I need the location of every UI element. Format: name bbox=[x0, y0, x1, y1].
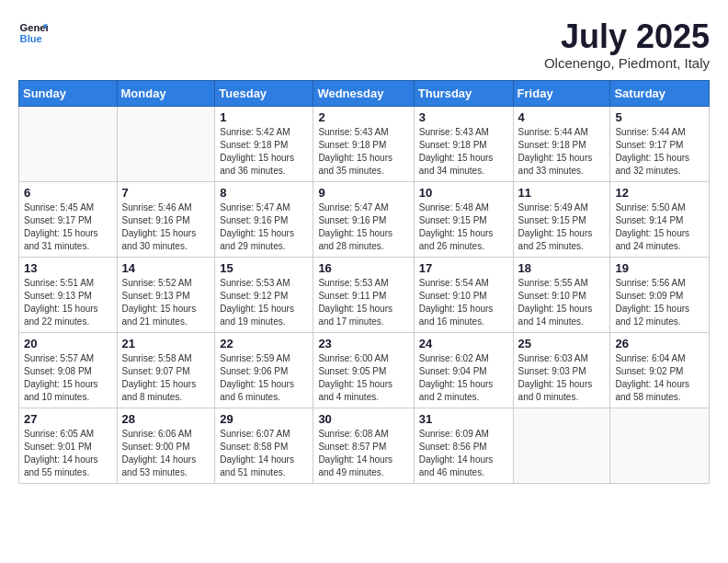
calendar-cell bbox=[513, 408, 610, 483]
calendar-cell: 21Sunrise: 5:58 AM Sunset: 9:07 PM Dayli… bbox=[117, 332, 215, 408]
day-number: 7 bbox=[122, 186, 210, 200]
day-number: 25 bbox=[518, 337, 606, 350]
calendar-body: 1Sunrise: 5:42 AM Sunset: 9:18 PM Daylig… bbox=[19, 106, 710, 483]
day-number: 23 bbox=[318, 337, 408, 350]
calendar-cell: 13Sunrise: 5:51 AM Sunset: 9:13 PM Dayli… bbox=[19, 257, 118, 332]
logo: General Blue bbox=[18, 18, 48, 48]
day-number: 15 bbox=[220, 261, 308, 275]
calendar-cell: 18Sunrise: 5:55 AM Sunset: 9:10 PM Dayli… bbox=[513, 257, 610, 332]
day-number: 21 bbox=[122, 337, 210, 350]
calendar-cell bbox=[19, 106, 118, 181]
day-number: 31 bbox=[419, 412, 508, 426]
day-number: 13 bbox=[24, 261, 112, 275]
calendar-cell: 28Sunrise: 6:06 AM Sunset: 9:00 PM Dayli… bbox=[117, 408, 215, 483]
calendar-cell: 15Sunrise: 5:53 AM Sunset: 9:12 PM Dayli… bbox=[215, 257, 313, 332]
day-number: 5 bbox=[615, 110, 704, 124]
day-info: Sunrise: 6:00 AM Sunset: 9:05 PM Dayligh… bbox=[318, 352, 408, 404]
day-number: 1 bbox=[220, 110, 308, 124]
day-info: Sunrise: 6:08 AM Sunset: 8:57 PM Dayligh… bbox=[318, 428, 408, 479]
calendar-table: SundayMondayTuesdayWednesdayThursdayFrid… bbox=[18, 80, 710, 484]
day-of-week-header: Sunday bbox=[19, 80, 118, 106]
day-number: 28 bbox=[122, 412, 210, 426]
day-of-week-header: Saturday bbox=[610, 80, 710, 106]
day-of-week-header: Friday bbox=[513, 80, 610, 106]
calendar-cell: 16Sunrise: 5:53 AM Sunset: 9:11 PM Dayli… bbox=[313, 257, 414, 332]
day-number: 16 bbox=[318, 261, 408, 275]
calendar-cell: 3Sunrise: 5:43 AM Sunset: 9:18 PM Daylig… bbox=[414, 106, 513, 181]
day-number: 17 bbox=[419, 261, 508, 275]
calendar-cell: 12Sunrise: 5:50 AM Sunset: 9:14 PM Dayli… bbox=[610, 181, 710, 257]
day-of-week-header: Tuesday bbox=[215, 80, 313, 106]
day-info: Sunrise: 5:58 AM Sunset: 9:07 PM Dayligh… bbox=[122, 352, 210, 404]
day-info: Sunrise: 6:05 AM Sunset: 9:01 PM Dayligh… bbox=[24, 428, 112, 479]
calendar-cell: 27Sunrise: 6:05 AM Sunset: 9:01 PM Dayli… bbox=[19, 408, 118, 483]
svg-text:Blue: Blue bbox=[20, 33, 42, 44]
day-number: 12 bbox=[615, 186, 704, 200]
title-block: July 2025 Olcenengo, Piedmont, Italy bbox=[544, 18, 710, 71]
calendar-cell: 25Sunrise: 6:03 AM Sunset: 9:03 PM Dayli… bbox=[513, 332, 610, 408]
calendar-week-row: 20Sunrise: 5:57 AM Sunset: 9:08 PM Dayli… bbox=[19, 332, 710, 408]
calendar-cell: 4Sunrise: 5:44 AM Sunset: 9:18 PM Daylig… bbox=[513, 106, 610, 181]
day-number: 29 bbox=[220, 412, 308, 426]
calendar-cell: 11Sunrise: 5:49 AM Sunset: 9:15 PM Dayli… bbox=[513, 181, 610, 257]
day-number: 19 bbox=[615, 261, 704, 275]
calendar-week-row: 1Sunrise: 5:42 AM Sunset: 9:18 PM Daylig… bbox=[19, 106, 710, 181]
day-number: 9 bbox=[318, 186, 408, 200]
day-info: Sunrise: 5:47 AM Sunset: 9:16 PM Dayligh… bbox=[220, 201, 308, 253]
day-number: 3 bbox=[419, 110, 508, 124]
day-info: Sunrise: 5:53 AM Sunset: 9:11 PM Dayligh… bbox=[318, 277, 408, 328]
day-of-week-header: Wednesday bbox=[313, 80, 414, 106]
day-info: Sunrise: 6:02 AM Sunset: 9:04 PM Dayligh… bbox=[419, 352, 508, 404]
day-info: Sunrise: 5:46 AM Sunset: 9:16 PM Dayligh… bbox=[122, 201, 210, 253]
day-info: Sunrise: 5:57 AM Sunset: 9:08 PM Dayligh… bbox=[24, 352, 112, 404]
calendar-cell: 6Sunrise: 5:45 AM Sunset: 9:17 PM Daylig… bbox=[19, 181, 118, 257]
day-info: Sunrise: 6:04 AM Sunset: 9:02 PM Dayligh… bbox=[615, 352, 704, 404]
day-info: Sunrise: 6:07 AM Sunset: 8:58 PM Dayligh… bbox=[220, 428, 308, 479]
day-info: Sunrise: 5:43 AM Sunset: 9:18 PM Dayligh… bbox=[318, 126, 408, 178]
day-info: Sunrise: 5:47 AM Sunset: 9:16 PM Dayligh… bbox=[318, 201, 408, 253]
calendar-cell: 2Sunrise: 5:43 AM Sunset: 9:18 PM Daylig… bbox=[313, 106, 414, 181]
calendar-week-row: 6Sunrise: 5:45 AM Sunset: 9:17 PM Daylig… bbox=[19, 181, 710, 257]
day-number: 18 bbox=[518, 261, 606, 275]
day-number: 8 bbox=[220, 186, 308, 200]
calendar-cell: 9Sunrise: 5:47 AM Sunset: 9:16 PM Daylig… bbox=[313, 181, 414, 257]
calendar-cell: 17Sunrise: 5:54 AM Sunset: 9:10 PM Dayli… bbox=[414, 257, 513, 332]
day-info: Sunrise: 5:52 AM Sunset: 9:13 PM Dayligh… bbox=[122, 277, 210, 328]
day-number: 6 bbox=[24, 186, 112, 200]
day-number: 24 bbox=[419, 337, 508, 350]
calendar-cell: 26Sunrise: 6:04 AM Sunset: 9:02 PM Dayli… bbox=[610, 332, 710, 408]
day-number: 2 bbox=[318, 110, 408, 124]
day-info: Sunrise: 5:43 AM Sunset: 9:18 PM Dayligh… bbox=[419, 126, 508, 178]
day-info: Sunrise: 5:51 AM Sunset: 9:13 PM Dayligh… bbox=[24, 277, 112, 328]
calendar-cell: 31Sunrise: 6:09 AM Sunset: 8:56 PM Dayli… bbox=[414, 408, 513, 483]
calendar-cell: 20Sunrise: 5:57 AM Sunset: 9:08 PM Dayli… bbox=[19, 332, 118, 408]
day-info: Sunrise: 5:44 AM Sunset: 9:18 PM Dayligh… bbox=[518, 126, 606, 178]
month-year: July 2025 bbox=[544, 18, 710, 55]
calendar-cell: 1Sunrise: 5:42 AM Sunset: 9:18 PM Daylig… bbox=[215, 106, 313, 181]
day-info: Sunrise: 5:54 AM Sunset: 9:10 PM Dayligh… bbox=[419, 277, 508, 328]
day-info: Sunrise: 6:06 AM Sunset: 9:00 PM Dayligh… bbox=[122, 428, 210, 479]
day-info: Sunrise: 5:45 AM Sunset: 9:17 PM Dayligh… bbox=[24, 201, 112, 253]
day-info: Sunrise: 5:44 AM Sunset: 9:17 PM Dayligh… bbox=[615, 126, 704, 178]
calendar-cell: 22Sunrise: 5:59 AM Sunset: 9:06 PM Dayli… bbox=[215, 332, 313, 408]
day-number: 11 bbox=[518, 186, 606, 200]
day-number: 22 bbox=[220, 337, 308, 350]
calendar-cell: 30Sunrise: 6:08 AM Sunset: 8:57 PM Dayli… bbox=[313, 408, 414, 483]
calendar-cell: 7Sunrise: 5:46 AM Sunset: 9:16 PM Daylig… bbox=[117, 181, 215, 257]
calendar-cell: 29Sunrise: 6:07 AM Sunset: 8:58 PM Dayli… bbox=[215, 408, 313, 483]
calendar-cell: 24Sunrise: 6:02 AM Sunset: 9:04 PM Dayli… bbox=[414, 332, 513, 408]
day-info: Sunrise: 5:55 AM Sunset: 9:10 PM Dayligh… bbox=[518, 277, 606, 328]
day-of-week-header: Thursday bbox=[414, 80, 513, 106]
day-number: 14 bbox=[122, 261, 210, 275]
day-number: 4 bbox=[518, 110, 606, 124]
location: Olcenengo, Piedmont, Italy bbox=[544, 55, 710, 71]
calendar-cell: 10Sunrise: 5:48 AM Sunset: 9:15 PM Dayli… bbox=[414, 181, 513, 257]
day-number: 27 bbox=[24, 412, 112, 426]
day-info: Sunrise: 6:09 AM Sunset: 8:56 PM Dayligh… bbox=[419, 428, 508, 479]
day-info: Sunrise: 5:59 AM Sunset: 9:06 PM Dayligh… bbox=[220, 352, 308, 404]
calendar-week-row: 27Sunrise: 6:05 AM Sunset: 9:01 PM Dayli… bbox=[19, 408, 710, 483]
day-number: 10 bbox=[419, 186, 508, 200]
logo-icon: General Blue bbox=[18, 18, 48, 48]
day-info: Sunrise: 5:49 AM Sunset: 9:15 PM Dayligh… bbox=[518, 201, 606, 253]
calendar-cell: 8Sunrise: 5:47 AM Sunset: 9:16 PM Daylig… bbox=[215, 181, 313, 257]
